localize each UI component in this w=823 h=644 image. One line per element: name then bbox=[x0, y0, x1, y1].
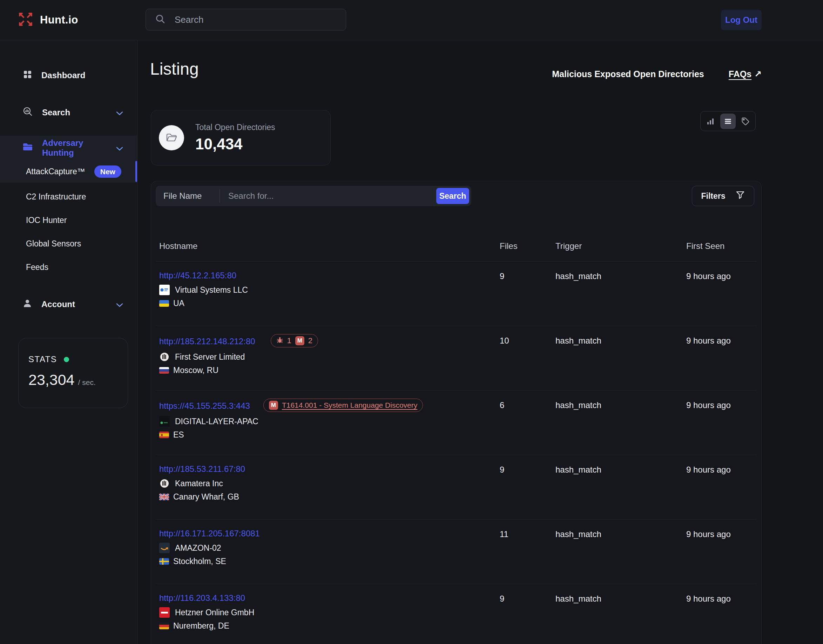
first-seen-value: 9 hours ago bbox=[686, 400, 753, 410]
first-seen-value: 9 hours ago bbox=[686, 335, 753, 346]
hostname-link[interactable]: http://45.12.2.165:80 bbox=[159, 271, 236, 281]
col-trigger: Trigger bbox=[556, 241, 686, 251]
sidebar-item-dashboard[interactable]: Dashboard bbox=[0, 65, 137, 86]
table-row: http://16.171.205.167:8081 AMAZON-02 bbox=[156, 520, 757, 584]
sidebar-item-search[interactable]: Search bbox=[0, 102, 137, 123]
folder-circle-icon bbox=[159, 125, 184, 150]
location: Moscow, RU bbox=[173, 366, 218, 375]
faqs-link[interactable]: FAQs ↗ bbox=[729, 69, 762, 79]
sidebar-item-attackcapture[interactable]: AttackCapture™ New bbox=[0, 160, 137, 182]
col-hostname: Hostname bbox=[159, 241, 500, 251]
col-files: Files bbox=[500, 241, 556, 251]
person-icon bbox=[23, 298, 32, 310]
first-seen-value: 9 hours ago bbox=[686, 271, 753, 281]
table-row: http://116.203.4.133:80 Hetzner Online G… bbox=[156, 584, 757, 644]
field-selector[interactable]: File Name bbox=[156, 191, 220, 201]
view-toggle bbox=[700, 111, 755, 131]
malware-tag-icon: M bbox=[295, 336, 304, 345]
main-content: Listing Malicious Exposed Open Directori… bbox=[137, 40, 823, 644]
trigger-value: hash_match bbox=[556, 464, 686, 475]
org-logo-virtual-systems bbox=[159, 285, 170, 295]
new-badge: New bbox=[94, 166, 121, 178]
global-search[interactable] bbox=[146, 9, 346, 31]
stats-value: 23,304 bbox=[28, 371, 75, 388]
hostname-link[interactable]: http://116.203.4.133:80 bbox=[159, 593, 245, 603]
list-view-button[interactable] bbox=[720, 113, 736, 129]
chevron-down-icon bbox=[116, 143, 123, 153]
location: UA bbox=[173, 299, 184, 308]
funnel-icon bbox=[735, 190, 745, 202]
chart-view-button[interactable] bbox=[703, 113, 718, 129]
hostname-link[interactable]: https://45.155.255.3:443 bbox=[159, 401, 250, 411]
trigger-value: hash_match bbox=[556, 400, 686, 410]
hostname-link[interactable]: http://16.171.205.167:8081 bbox=[159, 529, 260, 538]
first-seen-value: 9 hours ago bbox=[686, 593, 753, 604]
flag-ua-icon bbox=[159, 300, 169, 307]
sidebar-item-c2-infrastructure[interactable]: C2 Infrastructure bbox=[0, 187, 137, 207]
page-subtitle: Malicious Exposed Open Directories bbox=[552, 69, 704, 79]
first-seen-value: 9 hours ago bbox=[686, 529, 753, 539]
files-count: 9 bbox=[500, 271, 556, 281]
huntio-logo-icon bbox=[17, 11, 34, 29]
brand-name: Hunt.io bbox=[40, 14, 78, 26]
trigger-value: hash_match bbox=[556, 335, 686, 346]
location: Nuremberg, DE bbox=[173, 621, 229, 631]
hostname-link[interactable]: http://185.53.211.67:80 bbox=[159, 464, 245, 474]
sidebar-item-label: Dashboard bbox=[41, 71, 85, 80]
filters-button[interactable]: Filters bbox=[692, 186, 754, 206]
chevron-down-icon bbox=[116, 299, 123, 309]
search-icon bbox=[155, 14, 166, 26]
folder-icon bbox=[23, 142, 33, 153]
sidebar-item-global-sensors[interactable]: Global Sensors bbox=[0, 234, 137, 253]
org-logo-kamatera bbox=[159, 478, 170, 489]
file-search-bar: File Name Search bbox=[156, 186, 471, 206]
org-name: Kamatera Inc bbox=[175, 479, 223, 488]
location: Canary Wharf, GB bbox=[173, 492, 239, 502]
table-row: http://185.53.211.67:80 Kamatera Inc Ca bbox=[156, 455, 757, 520]
location: ES bbox=[173, 430, 184, 440]
listing-panel: File Name Search Filters Hostname bbox=[151, 181, 762, 644]
detection-count-badge[interactable]: 1 M 2 bbox=[271, 334, 318, 347]
sidebar: Dashboard Search bbox=[0, 40, 137, 644]
hostname-link[interactable]: http://185.212.148.212:80 bbox=[159, 337, 255, 347]
status-dot-icon bbox=[64, 357, 69, 362]
stats-unit: / sec. bbox=[78, 378, 96, 387]
global-search-input[interactable] bbox=[174, 14, 337, 26]
ttp-link[interactable]: T1614.001 - System Language Discovery bbox=[282, 401, 417, 409]
file-search-input[interactable] bbox=[220, 191, 436, 201]
trigger-value: hash_match bbox=[556, 271, 686, 281]
org-name: DIGITAL-LAYER-APAC bbox=[175, 417, 258, 426]
sidebar-item-adversary-hunting[interactable]: Adversary Hunting bbox=[0, 136, 137, 160]
sidebar-item-label: AttackCapture™ bbox=[26, 167, 85, 176]
sidebar-item-feeds[interactable]: Feeds bbox=[0, 257, 137, 277]
table-row: http://185.212.148.212:80 1 M bbox=[156, 326, 757, 391]
flag-gb-icon bbox=[159, 494, 169, 500]
org-name: First Server Limited bbox=[175, 352, 245, 362]
tag-view-button[interactable] bbox=[738, 113, 753, 129]
active-indicator bbox=[135, 161, 137, 182]
sidebar-group-adversary-hunting: Adversary Hunting AttackCapture™ New bbox=[0, 136, 137, 182]
dashboard-grid-icon bbox=[23, 69, 32, 81]
page-title: Listing bbox=[150, 59, 199, 78]
sidebar-item-account[interactable]: Account bbox=[0, 294, 137, 315]
search-analytics-icon bbox=[23, 106, 33, 119]
org-logo-amazon bbox=[159, 543, 170, 553]
org-logo-digital-layer bbox=[159, 416, 170, 427]
search-button[interactable]: Search bbox=[436, 188, 469, 204]
logout-button[interactable]: Log Out bbox=[721, 10, 762, 30]
org-name: Hetzner Online GmbH bbox=[175, 608, 254, 617]
sidebar-item-label: Search bbox=[42, 107, 70, 117]
flag-es-icon bbox=[159, 432, 169, 438]
sidebar-item-ioc-hunter[interactable]: IOC Hunter bbox=[0, 210, 137, 230]
flag-de-icon bbox=[159, 623, 169, 629]
table-row: https://45.155.255.3:443 M T1614.001 - S… bbox=[156, 391, 757, 455]
location: Stockholm, SE bbox=[173, 557, 226, 566]
files-count: 6 bbox=[500, 400, 556, 410]
ttp-badge[interactable]: M T1614.001 - System Language Discovery bbox=[263, 399, 423, 412]
external-link-arrow-icon: ↗ bbox=[754, 69, 762, 79]
files-count: 9 bbox=[500, 464, 556, 475]
org-logo-first-server bbox=[159, 352, 170, 362]
bug-icon bbox=[276, 337, 283, 345]
total-label: Total Open Directories bbox=[195, 123, 275, 132]
brand[interactable]: Hunt.io bbox=[17, 0, 78, 40]
